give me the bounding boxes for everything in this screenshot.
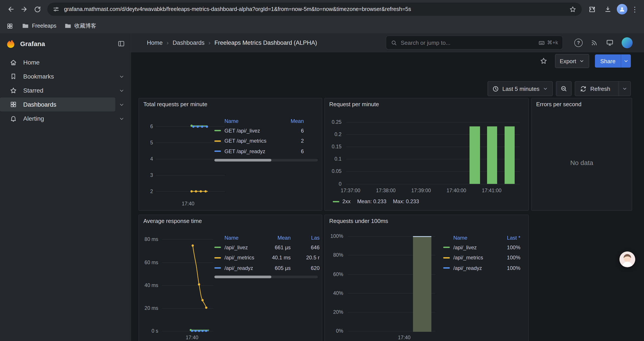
grafana-logo-icon[interactable]: [6, 38, 16, 49]
legend-col-last[interactable]: Last *: [493, 235, 520, 241]
downloads-button[interactable]: [601, 3, 614, 16]
search-input[interactable]: Search or jump to... ⌘+k: [386, 36, 563, 50]
share-menu-button[interactable]: [621, 55, 631, 68]
screen: grafana.mathmast.com/d/deytv4rwavabkb/fr…: [0, 0, 644, 341]
series-name[interactable]: GET /api/_livez: [224, 128, 278, 134]
series-name[interactable]: /api/_metrics: [453, 255, 493, 261]
site-settings-icon[interactable]: [52, 6, 60, 13]
series-color-yellow: [443, 257, 450, 258]
sidebar-item-bookmarks[interactable]: Bookmarks: [0, 69, 131, 83]
y-tick: 60%: [326, 271, 343, 277]
chevron-down-icon: [624, 58, 629, 64]
user-avatar[interactable]: [622, 37, 632, 48]
legend-col-mean[interactable]: Mean: [259, 235, 291, 241]
series-last: 100%: [493, 244, 520, 251]
dock-panel-icon: [118, 40, 125, 47]
legend-scrollbar[interactable]: [214, 276, 318, 278]
breadcrumb-dashboards[interactable]: Dashboards: [172, 39, 204, 46]
breadcrumb-separator: ›: [208, 39, 210, 46]
series-name[interactable]: /api/_metrics: [224, 255, 259, 261]
series-name[interactable]: /api/_readyz: [453, 265, 493, 271]
sidebar-item-starred[interactable]: Starred: [0, 83, 131, 97]
panel-title[interactable]: Total requests per minute: [143, 101, 207, 108]
rss-icon: [590, 39, 598, 46]
breadcrumb-home[interactable]: Home: [147, 39, 163, 46]
refresh-interval-button[interactable]: [618, 82, 630, 96]
panel-title[interactable]: Request per minute: [329, 101, 379, 108]
chevron-down-icon[interactable]: [119, 88, 124, 93]
bookmark-icon: [10, 73, 17, 80]
legend-row: /api/_metrics 100%: [443, 253, 520, 263]
legend-col-last[interactable]: Las: [295, 235, 320, 241]
y-tick: 0: [326, 181, 342, 187]
sidebar: Grafana Home Bookmarks Starred: [0, 33, 131, 341]
y-tick: 5: [142, 140, 153, 146]
zoom-out-time-button[interactable]: [556, 81, 572, 96]
chevron-down-icon: [543, 86, 548, 91]
series-name[interactable]: /api/_livez: [453, 244, 493, 251]
export-button[interactable]: Export: [555, 54, 589, 68]
legend-header: Name Last *: [443, 233, 520, 242]
legend-scrollbar[interactable]: [214, 159, 318, 162]
legend-col-name[interactable]: Name: [224, 118, 278, 124]
series-name[interactable]: 2xx: [342, 198, 350, 204]
scrollbar-thumb[interactable]: [214, 159, 271, 162]
chevron-down-icon[interactable]: [119, 102, 124, 107]
monitor-icon: [606, 39, 614, 47]
y-tick: 0.2: [326, 131, 342, 137]
dock-sidebar-button[interactable]: [118, 40, 125, 47]
apps-shortcut-button[interactable]: [5, 22, 14, 30]
browser-profile-avatar[interactable]: [617, 4, 627, 15]
series-name[interactable]: GET /api/_readyz: [224, 148, 278, 154]
extensions-button[interactable]: [585, 3, 598, 16]
series-name[interactable]: GET /api/_metrics: [224, 138, 278, 144]
sidebar-item-dashboards[interactable]: Dashboards: [0, 97, 115, 112]
url-bar[interactable]: grafana.mathmast.com/d/deytv4rwavabkb/fr…: [47, 3, 582, 16]
bookmark-item[interactable]: Freeleaps: [22, 22, 56, 30]
series-name[interactable]: /api/_livez: [224, 244, 259, 251]
legend-col-name[interactable]: Name: [224, 235, 259, 241]
scrollbar-thumb[interactable]: [214, 276, 271, 278]
sidebar-brand: Grafana: [0, 33, 131, 54]
back-button[interactable]: [4, 3, 18, 16]
browser-menu-button[interactable]: ⋮: [630, 5, 640, 14]
share-split-button: Share: [595, 55, 631, 68]
legend-col-mean[interactable]: Mean: [278, 118, 318, 124]
share-button[interactable]: Share: [595, 55, 621, 68]
floating-assistant-avatar[interactable]: [620, 251, 635, 267]
kiosk-mode-button[interactable]: [606, 39, 614, 47]
news-button[interactable]: [590, 39, 598, 46]
series-mean: 40.1 ms: [259, 255, 291, 261]
refresh-button[interactable]: Refresh: [576, 82, 615, 96]
favorite-dashboard-button[interactable]: [538, 55, 549, 67]
series-name[interactable]: /api/_readyz: [224, 265, 259, 271]
series-last: 620: [295, 265, 320, 271]
legend-col-name[interactable]: Name: [453, 235, 493, 241]
help-button[interactable]: ?: [574, 38, 582, 47]
puzzle-icon: [588, 6, 596, 13]
time-range-picker[interactable]: Last 5 minutes: [488, 81, 553, 96]
bookmark-item[interactable]: 收藏博客: [64, 22, 96, 30]
sidebar-item-home[interactable]: Home: [0, 55, 131, 69]
panel-title[interactable]: Average response time: [143, 218, 202, 224]
sidebar-menu: Home Bookmarks Starred Dashboards: [0, 55, 131, 126]
topnav: Home › Dashboards › Freeleaps Metrics Da…: [131, 33, 644, 52]
panel-requests-under-100ms: Requests under 100ms 100% 80% 60% 40% 20…: [324, 215, 529, 341]
chevron-down-icon[interactable]: [119, 116, 124, 121]
chevron-down-icon[interactable]: [119, 74, 124, 79]
series-last: 646: [295, 244, 320, 251]
y-tick: 3: [142, 172, 153, 178]
shortcut-text: ⌘+k: [547, 40, 558, 46]
home-icon: [10, 59, 17, 66]
sidebar-item-alerting[interactable]: Alerting: [0, 112, 131, 126]
bookmark-star-icon[interactable]: [569, 6, 576, 13]
legend-row: /api/_livez 100%: [443, 242, 520, 253]
person-icon: [618, 6, 626, 13]
panel-title[interactable]: Requests under 100ms: [329, 218, 388, 224]
reload-button[interactable]: [31, 3, 44, 16]
sidebar-item-label: Starred: [23, 87, 44, 94]
series-color-yellow: [214, 257, 221, 258]
series-last: 100%: [493, 255, 520, 261]
panel-title[interactable]: Errors per second: [536, 101, 582, 108]
forward-button[interactable]: [18, 3, 31, 16]
